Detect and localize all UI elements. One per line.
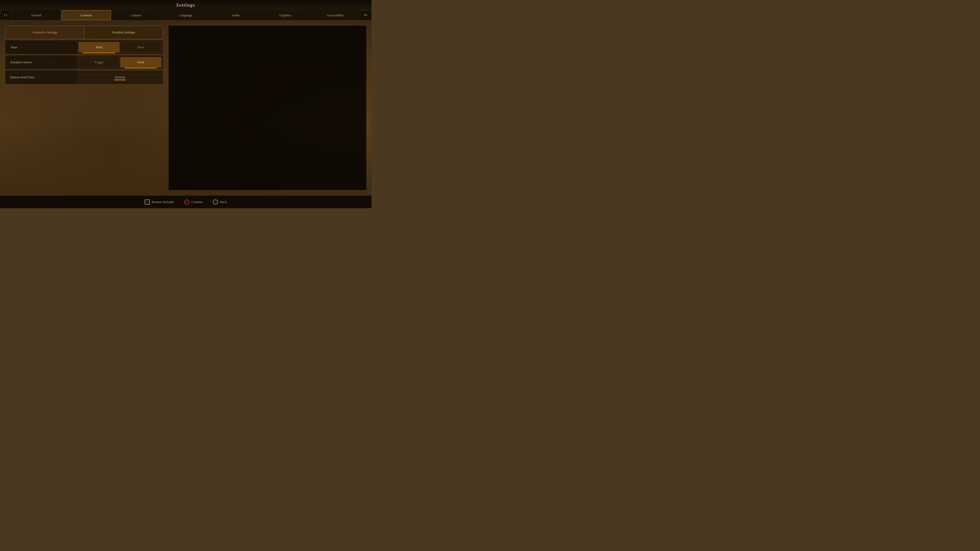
tab-accessibility[interactable]: Accessibility: [310, 10, 360, 20]
confirm-button[interactable]: ✕ Confirm: [184, 200, 203, 205]
button-hold-time-control: Normal: [77, 70, 163, 84]
snap-press-button[interactable]: Press: [120, 42, 162, 52]
karakuri-toggle-button[interactable]: Toggle: [78, 57, 120, 68]
karakuri-row: Karakuri Stance Toggle Hold: [5, 55, 163, 69]
snap-hold-button[interactable]: Hold: [78, 42, 120, 52]
sub-tab-detailed-settings[interactable]: Detailed Settings: [84, 26, 163, 39]
bottom-bar: □ Restore Defaults ✕ Confirm ○ Back: [0, 195, 372, 208]
snap-control: Hold Press: [77, 40, 163, 54]
karakuri-hold-button[interactable]: Hold: [120, 57, 162, 68]
tab-language[interactable]: Language: [161, 10, 210, 20]
tab-right-button[interactable]: R1: [360, 10, 372, 20]
button-hold-time-row: Button Hold Time Normal: [5, 70, 163, 84]
karakuri-control: Toggle Hold: [77, 56, 163, 69]
karakuri-stance-setting: Karakuri Stance Toggle Hold: [5, 55, 163, 69]
button-hold-time-label: Button Hold Time: [5, 70, 77, 84]
back-icon: ○: [213, 200, 218, 205]
tab-graphics[interactable]: Graphics: [261, 10, 310, 20]
tab-bar: L1 Overall Controls Camera Language Audi…: [0, 10, 372, 21]
settings-panel: Controller Settings Detailed Settings Sn…: [5, 25, 163, 190]
restore-defaults-icon: □: [145, 200, 150, 205]
page-title: Settings: [176, 3, 195, 8]
button-hold-time-setting: Button Hold Time Normal: [5, 70, 163, 84]
tab-overall[interactable]: Overall: [11, 10, 61, 20]
tab-left-button[interactable]: L1: [0, 10, 11, 20]
snap-setting: Snap Hold Press: [5, 40, 163, 54]
sub-tabs-section: Controller Settings Detailed Settings: [5, 25, 163, 39]
right-panel-preview: [169, 25, 366, 190]
restore-defaults-button[interactable]: □ Restore Defaults: [145, 200, 174, 205]
header: Settings: [0, 0, 372, 10]
tab-camera[interactable]: Camera: [111, 10, 161, 20]
button-hold-time-value[interactable]: Normal: [78, 75, 162, 79]
snap-row: Snap Hold Press: [5, 40, 163, 54]
tab-audio[interactable]: Audio: [211, 10, 261, 20]
snap-label: Snap: [5, 40, 77, 54]
back-button[interactable]: ○ Back: [213, 200, 227, 205]
sub-tab-controller-settings[interactable]: Controller Settings: [5, 26, 84, 39]
karakuri-label: Karakuri Stance: [5, 56, 77, 69]
main-content: Controller Settings Detailed Settings Sn…: [0, 21, 372, 195]
tab-controls[interactable]: Controls: [61, 10, 111, 20]
confirm-icon: ✕: [184, 200, 189, 205]
sub-tabs: Controller Settings Detailed Settings: [5, 26, 163, 39]
